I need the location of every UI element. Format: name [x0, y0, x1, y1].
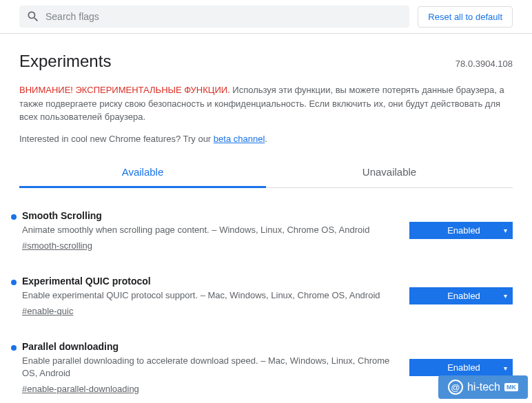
experiment-hash-link[interactable]: #smooth-scrolling — [22, 240, 92, 251]
beta-channel-link[interactable]: beta channel — [214, 134, 265, 144]
tabs: Available Unavailable — [19, 158, 513, 188]
watermark-badge: MK — [504, 383, 518, 391]
tab-unavailable[interactable]: Unavailable — [266, 158, 513, 187]
experiment-body: Smooth Scrolling Animate smoothly when s… — [22, 210, 404, 251]
select-wrap: Enabled — [409, 222, 513, 239]
promo-prefix: Interested in cool new Chrome features? … — [19, 134, 214, 144]
warning-text: ВНИМАНИЕ! ЭКСПЕРИМЕНТАЛЬНЫЕ ФУНКЦИИ. Исп… — [19, 83, 513, 124]
promo-text: Interested in cool new Chrome features? … — [19, 134, 513, 144]
experiment-title: Experimental QUIC protocol — [22, 276, 396, 287]
experiment-hash-link[interactable]: #enable-quic — [22, 306, 73, 316]
watermark: @ hi-tech MK — [438, 375, 528, 399]
title-row: Experiments 78.0.3904.108 — [19, 52, 513, 71]
experiment-desc: Enable experimental QUIC protocol suppor… — [22, 289, 396, 302]
tab-available[interactable]: Available — [19, 158, 266, 187]
main-content: Experiments 78.0.3904.108 ВНИМАНИЕ! ЭКСП… — [0, 34, 532, 403]
page-title: Experiments — [19, 52, 111, 71]
header-bar: Reset all to default — [0, 0, 532, 34]
experiment-title: Smooth Scrolling — [22, 210, 396, 221]
reset-all-button[interactable]: Reset all to default — [418, 6, 513, 28]
experiment-body: Parallel downloading Enable parallel dow… — [22, 341, 404, 394]
watermark-text: hi-tech — [467, 381, 500, 393]
experiment-state-select[interactable]: Enabled — [409, 222, 513, 239]
at-icon: @ — [448, 380, 463, 395]
experiment-desc: Animate smoothly when scrolling page con… — [22, 224, 396, 236]
version-text: 78.0.3904.108 — [456, 59, 513, 69]
promo-suffix: . — [265, 134, 267, 144]
warning-title: ВНИМАНИЕ! ЭКСПЕРИМЕНТАЛЬНЫЕ ФУНКЦИИ. — [19, 85, 230, 95]
changed-indicator-icon — [11, 345, 17, 351]
experiment-title: Parallel downloading — [22, 341, 396, 352]
experiment-state-select[interactable]: Enabled — [409, 359, 513, 376]
experiment-row: Smooth Scrolling Animate smoothly when s… — [19, 198, 513, 263]
search-container[interactable] — [19, 6, 409, 28]
experiment-row: Experimental QUIC protocol Enable experi… — [19, 263, 513, 329]
experiment-body: Experimental QUIC protocol Enable experi… — [22, 276, 404, 316]
changed-indicator-icon — [11, 214, 17, 220]
changed-indicator-icon — [11, 280, 17, 285]
search-icon — [26, 10, 40, 23]
experiment-hash-link[interactable]: #enable-parallel-downloading — [22, 384, 139, 394]
search-input[interactable] — [45, 11, 402, 22]
experiment-state-select[interactable]: Enabled — [409, 287, 513, 304]
select-wrap: Enabled — [409, 359, 513, 376]
experiment-desc: Enable parallel downloading to accelerat… — [22, 355, 396, 380]
select-wrap: Enabled — [409, 287, 513, 304]
